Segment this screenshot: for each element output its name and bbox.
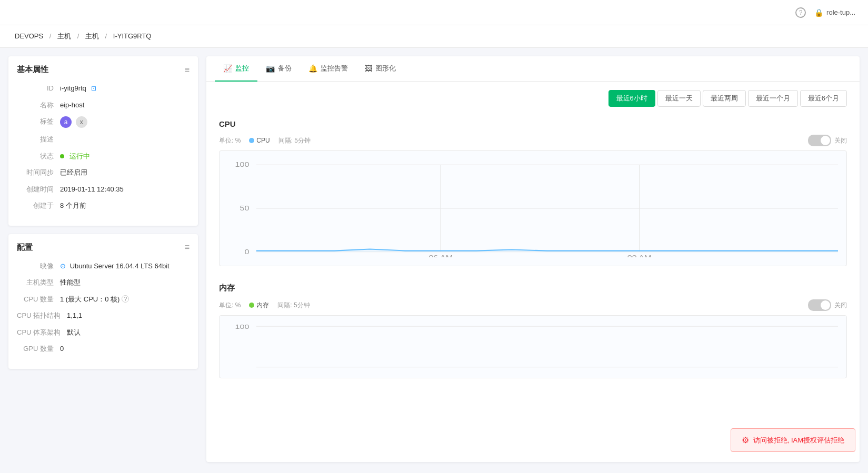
cpu-count-info: 1 (最大 CPU：0 核) ? [60,294,189,305]
config-menu-icon[interactable]: ≡ [185,243,189,252]
gpu-value: 0 [60,344,189,354]
cpu-chart: 100 50 0 06 AM 09 AM [219,150,847,266]
cpu-toggle-knob [821,136,830,145]
time-btn-6m[interactable]: 最近6个月 [800,90,847,107]
cpu-arch-label: CPU 体系架构 [17,327,61,338]
prop-timesync: 时间同步 已经启用 [17,167,189,178]
prop-desc: 描述 [17,134,189,145]
breadcrumb-host1[interactable]: 主机 [57,32,71,40]
basic-attrs-title: 基本属性 [17,65,48,75]
memory-title: 内存 [219,283,235,293]
cpu-legend-dot [249,138,254,143]
config-header: 配置 ≡ [17,243,189,253]
prop-gpu: GPU 数量 0 [17,344,189,354]
time-btn-2w[interactable]: 最近两周 [703,90,746,107]
tab-graph[interactable]: 🖼 图形化 [356,56,404,82]
id-value: i-yitg9rtq ⊡ [60,83,189,94]
prop-created-time: 创建时间 2019-01-11 12:40:35 [17,184,189,195]
memory-chart-svg: 100 [228,324,838,369]
memory-section: 内存 单位: % 内存 间隔: 5分钟 关闭 [219,283,847,378]
prop-created-ago: 创建于 8 个月前 [17,200,189,211]
cpu-toggle-group: 关闭 [808,135,847,146]
config-card: 配置 ≡ 映像 ⊙ Ubuntu Server 16.04.4 LTS 64bi… [8,234,198,369]
created-time-value: 2019-01-11 12:40:35 [60,184,189,195]
cpu-chart-svg: 100 50 0 06 AM 09 AM [228,159,838,257]
right-panel: 📈 监控 📷 备份 🔔 监控告警 🖼 图形化 最近6小时 最近一天 最近 [206,56,860,462]
timesync-value: 已经启用 [60,167,189,178]
status-dot [60,154,64,158]
main-content: 基本属性 ≡ ID i-yitg9rtq ⊡ 名称 eip-host 标签 a … [0,48,868,470]
config-title: 配置 [17,243,33,253]
copy-icon[interactable]: ⊡ [91,85,96,92]
tab-alert[interactable]: 🔔 监控告警 [300,56,356,82]
image-link[interactable]: Ubuntu Server 16.04.4 LTS 64bit [70,262,169,270]
help-icon[interactable]: ? [795,7,806,18]
cpu-toggle-label: 关闭 [834,136,847,145]
memory-toggle-group: 关闭 [808,299,847,311]
tab-graph-label: 图形化 [375,64,396,73]
basic-attrs-menu-icon[interactable]: ≡ [185,65,189,75]
cpu-arch-value: 默认 [67,327,189,338]
cpu-unit: 单位: % [219,136,241,145]
tab-backup[interactable]: 📷 备份 [257,56,300,82]
prop-host-type: 主机类型 性能型 [17,277,189,288]
memory-toggle-switch[interactable] [808,299,831,311]
error-message: 访问被拒绝, IAM授权评估拒绝 [753,436,844,445]
time-btn-1m[interactable]: 最近一个月 [748,90,798,107]
error-toast: ⚙ 访问被拒绝, IAM授权评估拒绝 [731,428,855,452]
prop-cpu-topo: CPU 拓扑结构 1,1,1 [17,310,189,321]
cpu-section: CPU 单位: % CPU 间隔: 5分钟 关闭 [219,119,847,266]
cpu-legend: CPU [249,137,270,144]
status-text: 运行中 [69,152,90,160]
tab-monitor[interactable]: 📈 监控 [215,56,257,82]
monitor-icon: 📈 [223,64,232,73]
cpu-topo-label: CPU 拓扑结构 [17,310,61,321]
user-label: role-tup... [826,8,855,16]
tab-alert-label: 监控告警 [321,64,348,73]
name-label: 名称 [17,100,54,110]
prop-status: 状态 运行中 [17,151,189,162]
image-icon: ⊙ [60,262,66,270]
user-info[interactable]: 🔒 role-tup... [814,8,855,17]
tab-monitor-label: 监控 [235,64,249,73]
time-btn-1d[interactable]: 最近一天 [657,90,701,107]
memory-section-header: 内存 [219,283,847,295]
prop-tag: 标签 a x [17,116,189,128]
memory-unit: 单位: % [219,301,241,310]
prop-name: 名称 eip-host [17,100,189,110]
alert-icon: 🔔 [308,64,317,73]
memory-legend-label: 内存 [256,301,269,310]
cpu-count-label: CPU 数量 [17,294,54,305]
memory-legend-dot [249,303,254,308]
status-value: 运行中 [60,151,189,162]
lock-icon: 🔒 [814,8,823,17]
cpu-count-value: 1 (最大 CPU：0 核) ? [60,294,189,305]
created-ago-value: 8 个月前 [60,200,189,211]
cpu-interval: 间隔: 5分钟 [278,136,311,145]
cpu-meta: 单位: % CPU 间隔: 5分钟 关闭 [219,135,847,146]
time-btn-6h[interactable]: 最近6小时 [608,90,655,107]
breadcrumb-host2[interactable]: 主机 [85,32,99,40]
prop-cpu-count: CPU 数量 1 (最大 CPU：0 核) ? [17,294,189,305]
id-link[interactable]: i-yitg9rtq [60,84,86,92]
cpu-help-icon[interactable]: ? [122,295,129,303]
breadcrumb-devops[interactable]: DEVOPS [15,32,43,40]
image-value: ⊙ Ubuntu Server 16.04.4 LTS 64bit [60,261,189,271]
timesync-label: 时间同步 [17,167,54,178]
left-panel: 基本属性 ≡ ID i-yitg9rtq ⊡ 名称 eip-host 标签 a … [8,56,198,462]
host-type-label: 主机类型 [17,277,54,288]
cpu-toggle-switch[interactable] [808,135,831,146]
memory-toggle-label: 关闭 [834,301,847,310]
cpu-title: CPU [219,119,236,128]
basic-attrs-header: 基本属性 ≡ [17,65,189,75]
basic-attrs-card: 基本属性 ≡ ID i-yitg9rtq ⊡ 名称 eip-host 标签 a … [8,56,198,226]
breadcrumb-current: I-YITG9RTQ [113,32,152,40]
svg-text:09 AM: 09 AM [627,254,652,257]
created-time-label: 创建时间 [17,184,54,195]
gpu-label: GPU 数量 [17,344,54,354]
tag-a[interactable]: a [60,116,72,128]
tag-x[interactable]: x [76,116,87,128]
memory-toggle-knob [821,300,830,310]
tabs-bar: 📈 监控 📷 备份 🔔 监控告警 🖼 图形化 [206,56,860,82]
tag-value: a x [60,116,189,128]
